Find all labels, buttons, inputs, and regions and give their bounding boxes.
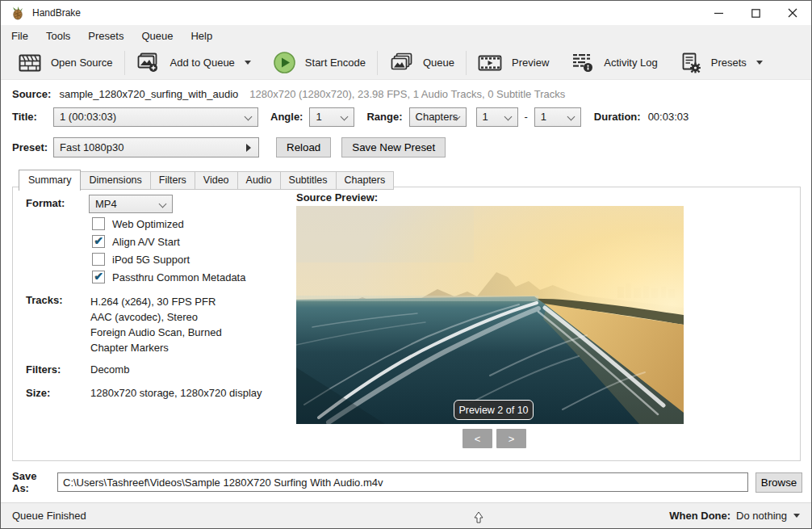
chevron-down-icon	[245, 112, 253, 120]
align-av-start-checkbox[interactable]: ✔	[92, 235, 105, 248]
presets-button[interactable]: Presets	[669, 46, 774, 79]
maximize-button[interactable]	[737, 1, 774, 25]
tab-audio[interactable]: Audio	[238, 171, 281, 190]
preview-next-button[interactable]: >	[496, 429, 526, 448]
minimize-button[interactable]	[700, 1, 737, 25]
menu-file[interactable]: File	[2, 27, 37, 45]
activity-log-label: Activity Log	[604, 57, 657, 69]
source-label: Source:	[12, 88, 51, 100]
filters-label: Filters:	[26, 363, 61, 376]
ipod-5g-checkbox[interactable]: ✔	[92, 253, 105, 266]
source-details: 1280x720 (1280x720), 23.98 FPS, 1 Audio …	[249, 88, 565, 100]
add-to-queue-icon	[136, 52, 161, 73]
save-as-label: Save As:	[12, 470, 55, 494]
source-preview-image	[296, 206, 684, 424]
window-title: HandBrake	[32, 7, 81, 19]
add-to-queue-dropdown-icon[interactable]	[245, 61, 251, 65]
open-source-button[interactable]: Open Source	[7, 46, 124, 79]
tab-dimensions[interactable]: Dimensions	[81, 171, 150, 190]
maximize-icon	[751, 9, 760, 18]
save-as-input[interactable]	[57, 472, 748, 492]
title-select-value: 1 (00:03:03)	[60, 111, 116, 123]
preview-count-badge: Preview 2 of 10	[454, 400, 534, 420]
handbrake-window: HandBrake File Tools Presets Queue Help	[0, 0, 812, 529]
chevron-down-icon	[793, 514, 800, 518]
track-video: H.264 (x264), 30 FPS PFR	[90, 294, 222, 309]
tab-summary[interactable]: Summary	[19, 170, 81, 191]
format-select-value: MP4	[95, 198, 117, 210]
arrow-right-icon	[246, 144, 251, 152]
activity-log-button[interactable]: Activity Log	[560, 46, 668, 79]
menu-presets[interactable]: Presets	[79, 27, 132, 45]
browse-button[interactable]: Browse	[755, 472, 802, 493]
filters-value: Decomb	[90, 363, 129, 376]
preset-select-value: Fast 1080p30	[60, 141, 124, 153]
tab-bar: Summary Dimensions Filters Video Audio S…	[19, 170, 394, 190]
angle-select[interactable]: 1	[309, 107, 354, 127]
title-row: Title: 1 (00:03:03) Angle: 1 Range: Chap…	[12, 107, 689, 127]
queue-button[interactable]: Queue	[378, 46, 466, 79]
add-to-queue-label: Add to Queue	[170, 57, 235, 69]
reload-button[interactable]: Reload	[276, 137, 331, 157]
check-icon: ✔	[94, 235, 103, 246]
when-done-control[interactable]: When Done: Do nothing	[669, 510, 800, 522]
status-text: Queue Finished	[12, 510, 86, 522]
align-av-start-option: ✔ Align A/V Start	[92, 234, 180, 249]
close-button[interactable]	[774, 1, 811, 25]
clapperboard-icon	[19, 53, 41, 73]
menu-help[interactable]: Help	[182, 27, 221, 45]
range-type-select[interactable]: Chapters	[409, 107, 467, 127]
web-optimized-label: Web Optimized	[112, 218, 184, 230]
ipod-5g-option: ✔ iPod 5G Support	[92, 252, 190, 267]
ipod-5g-label: iPod 5G Support	[112, 254, 190, 266]
status-bar: Queue Finished When Done: Do nothing	[1, 502, 811, 528]
chevron-down-icon	[341, 112, 349, 120]
chevron-down-icon	[159, 200, 167, 208]
add-to-queue-button[interactable]: Add to Queue	[125, 46, 262, 79]
start-encode-label: Start Encode	[305, 57, 366, 69]
title-select[interactable]: 1 (00:03:03)	[53, 107, 258, 127]
filmstrip-play-icon	[478, 53, 502, 73]
tracks-label: Tracks:	[26, 294, 63, 306]
tab-chapters[interactable]: Chapters	[337, 171, 395, 190]
track-chapters: Chapter Markers	[90, 340, 222, 355]
range-from-select[interactable]: 1	[476, 107, 518, 127]
passthru-metadata-checkbox[interactable]: ✔	[92, 271, 105, 283]
menu-tools[interactable]: Tools	[37, 27, 79, 45]
align-av-start-label: Align A/V Start	[112, 236, 180, 248]
preview-nav: < >	[463, 429, 526, 448]
preview-button[interactable]: Preview	[467, 46, 560, 79]
preview-prev-button[interactable]: <	[463, 429, 492, 448]
start-encode-play-icon	[274, 52, 295, 73]
range-to-select[interactable]: 1	[534, 107, 581, 127]
menu-queue[interactable]: Queue	[132, 27, 182, 45]
size-label: Size:	[26, 387, 50, 399]
presets-gear-icon	[680, 52, 701, 73]
check-icon: ✔	[94, 271, 103, 282]
passthru-metadata-label: Passthru Common Metadata	[112, 271, 245, 283]
range-dash: -	[525, 111, 528, 123]
passthru-metadata-option: ✔ Passthru Common Metadata	[92, 270, 245, 284]
close-icon	[788, 8, 797, 18]
source-info-row: Source: sample_1280x720_surfing_with_aud…	[12, 88, 565, 100]
preset-label: Preset:	[12, 141, 53, 153]
source-filename: sample_1280x720_surfing_with_audio	[59, 88, 238, 100]
duration-value: 00:03:03	[648, 111, 689, 123]
format-select[interactable]: MP4	[89, 195, 173, 213]
save-new-preset-button[interactable]: Save New Preset	[341, 137, 446, 157]
angle-label: Angle:	[270, 111, 303, 123]
presets-dropdown-icon[interactable]	[756, 61, 763, 65]
track-audio: AAC (avcodec), Stereo	[90, 309, 222, 325]
minimize-icon	[714, 9, 723, 18]
tab-filters[interactable]: Filters	[151, 171, 195, 190]
source-preview-heading: Source Preview:	[296, 191, 378, 204]
start-encode-button[interactable]: Start Encode	[262, 46, 377, 79]
tab-subtitles[interactable]: Subtitles	[281, 171, 337, 190]
preset-select[interactable]: Fast 1080p30	[53, 137, 259, 157]
when-done-label: When Done:	[669, 510, 730, 522]
web-optimized-checkbox[interactable]: ✔	[92, 217, 105, 230]
open-source-label: Open Source	[51, 57, 113, 69]
tracks-list: H.264 (x264), 30 FPS PFR AAC (avcodec), …	[90, 294, 222, 355]
range-from-value: 1	[483, 111, 488, 123]
tab-video[interactable]: Video	[195, 171, 238, 190]
